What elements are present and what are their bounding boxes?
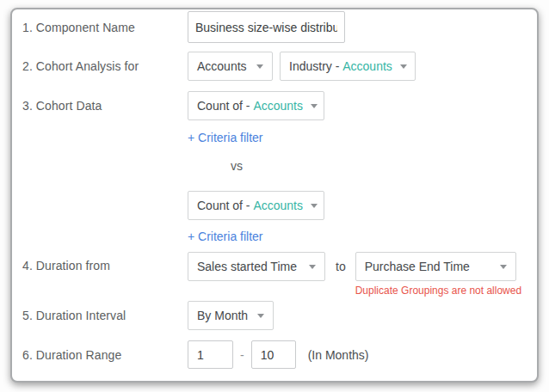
duration-interval-dropdown[interactable]: By Month [188, 301, 274, 330]
vs-label: vs [231, 159, 243, 173]
cohort-analysis-row: 2. Cohort Analysis for Accounts Industry… [12, 52, 537, 81]
chevron-down-icon [257, 314, 264, 318]
range-separator: - [240, 348, 244, 362]
primary-dropdown-value: Accounts [253, 99, 303, 113]
duration-range-row: 6. Duration Range - (In Months) [12, 340, 537, 369]
criteria-filter-link-secondary[interactable]: + Criteria filter [188, 230, 263, 243]
chevron-down-icon [400, 64, 407, 69]
chevron-down-icon [309, 265, 316, 269]
duration-to-dropdown[interactable]: Purchase End Time [355, 252, 516, 281]
module-dropdown-value: Accounts [197, 59, 247, 73]
secondary-dropdown-prefix: Count of - [197, 199, 253, 212]
cohort-data-primary-dropdown[interactable]: Count of - Accounts [188, 91, 324, 120]
duration-from-row: 4. Duration from Sales started Time to P… [12, 252, 537, 297]
grouping-dropdown-value: Accounts [342, 59, 392, 73]
component-name-label: 1. Component Name [12, 21, 188, 34]
duration-range-label: 6. Duration Range [12, 348, 188, 362]
duration-from-dropdown[interactable]: Sales started Time [188, 252, 325, 281]
duration-from-label: 4. Duration from [12, 252, 188, 273]
chevron-down-icon [311, 104, 318, 108]
duration-range-unit-label: (In Months) [308, 348, 369, 362]
cohort-data-secondary-dropdown[interactable]: Count of - Accounts [188, 191, 324, 220]
cohort-analysis-label: 2. Cohort Analysis for [12, 59, 188, 73]
duration-interval-label: 5. Duration Interval [12, 309, 188, 322]
duration-interval-row: 5. Duration Interval By Month [12, 301, 537, 330]
duration-range-max-input[interactable] [251, 340, 296, 369]
grouping-dropdown[interactable]: Industry - Accounts [280, 52, 416, 81]
duration-interval-value: By Month [197, 309, 248, 322]
chevron-down-icon [500, 265, 507, 269]
primary-dropdown-prefix: Count of - [197, 99, 253, 113]
cohort-settings-panel: 1. Component Name 2. Cohort Analysis for… [10, 8, 539, 383]
duration-range-min-input[interactable] [188, 340, 233, 369]
grouping-dropdown-prefix: Industry - [289, 59, 342, 73]
chevron-down-icon [256, 64, 263, 69]
duration-to-value: Purchase End Time [365, 260, 470, 273]
module-dropdown[interactable]: Accounts [188, 52, 273, 81]
secondary-dropdown-value: Accounts [253, 199, 303, 212]
cohort-data-label: 3. Cohort Data [12, 91, 188, 113]
component-name-row: 1. Component Name [12, 11, 537, 43]
to-label: to [336, 252, 346, 281]
duration-from-value: Sales started Time [197, 260, 297, 273]
criteria-filter-link-primary[interactable]: + Criteria filter [188, 131, 263, 144]
chevron-down-icon [311, 204, 318, 208]
duplicate-grouping-error: Duplicate Groupings are not allowed [355, 285, 521, 297]
component-name-input[interactable] [188, 11, 345, 43]
cohort-data-row: 3. Cohort Data Count of - Accounts + Cri… [12, 91, 537, 243]
